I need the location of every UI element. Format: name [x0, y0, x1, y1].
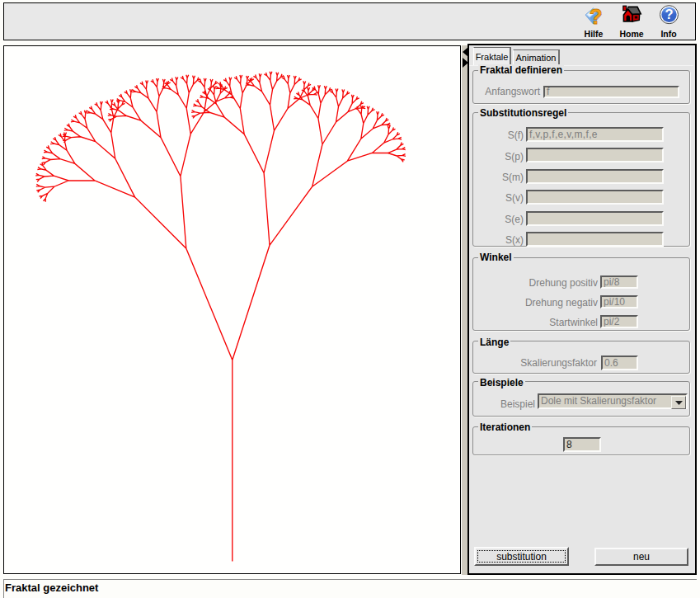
svg-text:?: ? — [665, 7, 673, 21]
svg-text:?: ? — [590, 5, 603, 25]
